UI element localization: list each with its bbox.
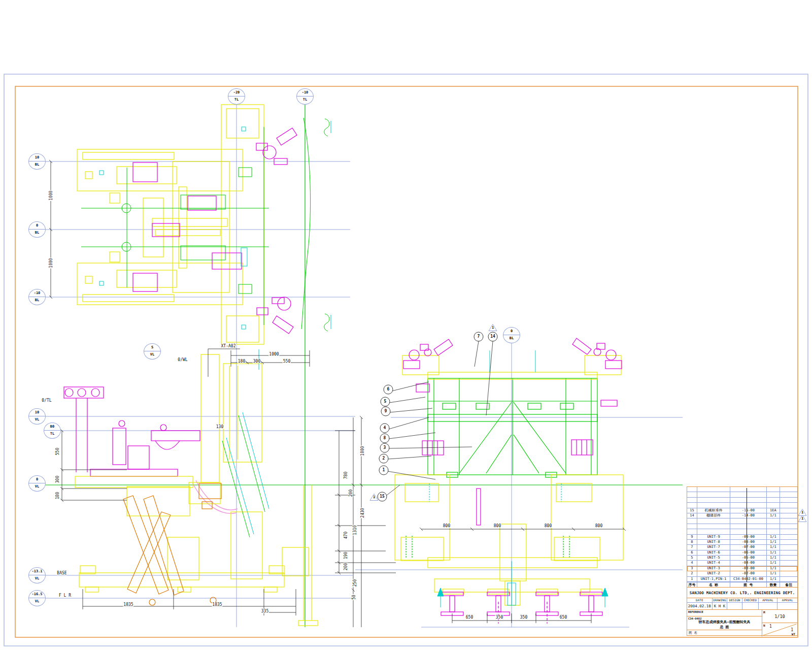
- dimension-label: 0/WL: [177, 358, 188, 362]
- dimension-label: 780: [344, 471, 348, 479]
- dimension-label: 180: [238, 359, 246, 364]
- balloon-8: 8: [380, 434, 390, 443]
- balloon-14: 14: [488, 332, 498, 342]
- dimension-label: 180: [55, 492, 60, 500]
- dimension-label: BASE: [56, 571, 67, 575]
- scale-cell: M 1/10: [762, 610, 797, 623]
- revision-triangle-1: 1: [369, 494, 379, 501]
- balloon-7: 7: [474, 332, 484, 342]
- dimension-label: XT-A02: [221, 344, 236, 348]
- dimension-label: 350: [520, 615, 528, 620]
- sheet-label: N: [763, 624, 765, 627]
- dimension-label: 335: [261, 609, 269, 613]
- dimension-label: 350: [495, 615, 503, 620]
- dimension-label: 800: [595, 524, 603, 528]
- balloon-15: 15: [378, 492, 387, 502]
- date-values-row: 2004.02.18 K H K: [687, 603, 797, 610]
- parts-table-row: 2 UNIT-2 -02-00 1/1: [687, 571, 797, 576]
- drawing-title-cell: C34-0402 轿车总成焊接夹具—前围翻转夹具 总 图: [687, 616, 762, 630]
- header-aprval1: APRVAL: [759, 598, 778, 602]
- dimension-label: 650: [465, 615, 473, 620]
- datum-circle-10-BL: 10 BL: [28, 153, 46, 170]
- revision-triangle-1: 1: [798, 515, 807, 523]
- drawing-title-line2: 总 图: [687, 625, 762, 630]
- drawing-title-line1: 轿车总成焊接夹具—前围翻转夹具: [687, 620, 762, 625]
- dimension-label: 130: [216, 425, 224, 429]
- datum-circle--20-TL: -20 TL: [228, 88, 245, 105]
- revision-triangle-1: 1: [488, 324, 497, 332]
- parts-table-row: 14 棚体部件 -14-00 1/1: [687, 513, 797, 518]
- aprval1-value: [759, 603, 778, 609]
- balloon-5: 5: [381, 397, 390, 407]
- checked-value: [742, 603, 759, 609]
- title-block: 15 机械标准件 -15-00 1EA 14 棚体部件 -14-00 1/1 9…: [687, 486, 798, 636]
- dimension-label: 1000: [49, 190, 53, 201]
- dimension-label: 1835: [123, 602, 133, 607]
- scale-label: M: [763, 610, 765, 614]
- dimension-label: 1000: [49, 257, 53, 268]
- parts-table-row: [687, 487, 797, 492]
- dimension-label: 200: [349, 489, 353, 497]
- parts-table-row: 5 UNIT-5 -05-00 1/1: [687, 556, 797, 561]
- parts-table-row: 4 UNIT-4 -04-00 1/1: [687, 561, 797, 566]
- dimension-label: 300: [253, 359, 261, 364]
- dimension-label: 550: [283, 359, 291, 364]
- header-checked: CHECKED: [742, 598, 759, 602]
- scale-value: 1/10: [762, 614, 797, 619]
- dimension-label: 1000: [268, 352, 279, 356]
- parts-table-row: 3 UNIT-3 -03-00 1/1: [687, 566, 797, 571]
- parts-table-row: 6 UNIT-6 -06-00 1/1: [687, 550, 797, 556]
- header-drawing: DRAWING: [713, 598, 728, 602]
- reference-label: REFERENCE: [687, 610, 762, 616]
- dimension-label: 470: [344, 531, 348, 539]
- balloon-3: 3: [380, 443, 390, 453]
- dimension-label: 650: [559, 615, 567, 620]
- dimension-label: 800: [443, 524, 451, 528]
- sheet-total: 1: [791, 628, 793, 632]
- datum-circle-0-BL: 0 BL: [28, 221, 46, 238]
- aprval2-value: [777, 603, 797, 609]
- dimension-label: 190: [344, 551, 348, 560]
- parts-table-row: [687, 518, 797, 524]
- parts-table: 15 机械标准件 -15-00 1EA 14 棚体部件 -14-00 1/1 9…: [687, 487, 797, 582]
- parts-table-row: [687, 492, 797, 497]
- dimension-label: 200: [344, 563, 348, 571]
- datum-circle-0-VL: 0 VL: [28, 475, 46, 492]
- drawing-name-label: 图 名: [687, 630, 762, 636]
- balloon-4: 4: [380, 424, 390, 433]
- drawing-sheet: -20 TL -10 TL 10 BL 0 BL -10 BL S VL 10 …: [0, 0, 812, 650]
- datum-circle-10-VL: 10 VL: [28, 408, 46, 425]
- datum-circle--10-BL: -10 BL: [28, 289, 46, 305]
- header-aprval2: APRVAL: [777, 598, 797, 602]
- dimension-label: 800: [493, 524, 501, 528]
- dimension-label: 300: [55, 475, 60, 483]
- parts-header-remark: 备注: [780, 582, 797, 587]
- dimension-label: 50: [352, 594, 356, 600]
- parts-table-row: [687, 529, 797, 534]
- parts-table-header: 序号 名 称 图 号 数量 备注: [687, 582, 797, 588]
- datum-circle--10-TL: -10 TL: [296, 88, 314, 105]
- datum-circle-0-BL: 0 BL: [503, 327, 520, 343]
- header-design: DESIGN: [727, 598, 742, 602]
- datum-circle-B0-TL: B0 TL: [44, 422, 61, 439]
- drawing-value: K H K: [713, 603, 728, 609]
- parts-table-row: 8 UNIT-8 -08-00 1/1: [687, 540, 797, 545]
- balloon-6: 6: [384, 385, 393, 395]
- dimension-label: 0/TL: [41, 398, 52, 403]
- balloon-9: 9: [381, 407, 391, 416]
- dimension-label: 2430: [360, 507, 365, 518]
- datum-circle--13.1-VL: -13.1 VL: [28, 567, 46, 583]
- parts-table-row: 7 UNIT-7 -07-00 1/1: [687, 545, 797, 550]
- parts-table-row: 9 UNIT-9 -09-00 1/1: [687, 535, 797, 540]
- dimension-label: 550: [55, 447, 60, 456]
- parts-table-row: 1 UNIT-1,PIN-1 C34-0402-01-00 1/1: [687, 577, 797, 582]
- header-date: DATE: [687, 598, 713, 602]
- design-value: [727, 603, 742, 609]
- parts-table-row: 15 机械标准件 -15-00 1EA: [687, 508, 797, 513]
- dimension-label: 250: [353, 579, 357, 587]
- dimension-label: 1310: [353, 525, 357, 535]
- dimension-label: 1000: [360, 445, 365, 456]
- datum-circle-S-VL: S VL: [144, 343, 161, 360]
- sheet-number: 1: [769, 624, 772, 629]
- datum-circle--16.5-VL: -16.5 VL: [28, 590, 46, 606]
